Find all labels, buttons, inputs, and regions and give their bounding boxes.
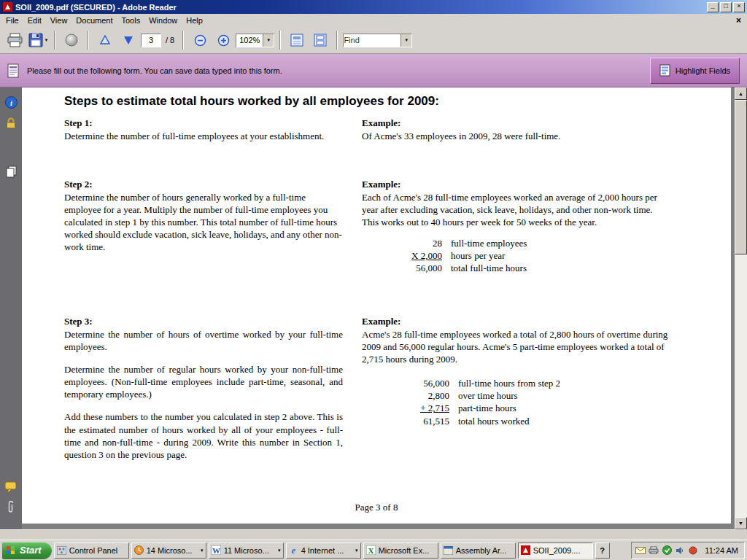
- horizontal-scrollbar[interactable]: [0, 529, 747, 540]
- toolbar-separator: [88, 31, 89, 50]
- comment-bubble-icon: [4, 481, 18, 494]
- antivirus-tray-icon[interactable]: [662, 545, 672, 556]
- vertical-scrollbar[interactable]: ▲ ▼: [735, 88, 747, 529]
- windows-flag-icon: [7, 546, 16, 555]
- previous-page-button[interactable]: [94, 29, 116, 51]
- calc-number: 61,515: [362, 415, 449, 427]
- menu-edit[interactable]: Edit: [23, 15, 46, 26]
- menu-help[interactable]: Help: [182, 15, 207, 26]
- how-to-panel-button[interactable]: i: [2, 93, 20, 111]
- save-copy-button[interactable]: ▾: [27, 29, 49, 51]
- calc-row: + 2,715part-time hours: [362, 402, 668, 414]
- scrolling-mode-button[interactable]: [286, 29, 308, 51]
- page-footer: Page 3 of 8: [22, 501, 731, 513]
- step-2-block: Step 2: Determine the number of hours ge…: [64, 178, 343, 315]
- navigation-sidebar: i: [0, 88, 22, 529]
- pan-tool-button[interactable]: [61, 29, 82, 51]
- excel-icon: X: [366, 545, 376, 555]
- chevron-down-icon[interactable]: ▾: [400, 34, 411, 47]
- pages-panel-button[interactable]: [2, 163, 20, 181]
- taskbar-button-control-panel[interactable]: Control Panel: [54, 542, 129, 559]
- taskbar-button-assembly[interactable]: Assembly Ar...: [441, 542, 516, 559]
- taskbar-button-internet-group[interactable]: e 4 Internet ... ▾: [286, 542, 361, 559]
- calc-row: 2,800over time hours: [362, 389, 668, 402]
- attachments-panel-button[interactable]: [2, 499, 20, 516]
- security-panel-button[interactable]: [2, 114, 20, 131]
- calc-number: 56,000: [362, 377, 449, 389]
- scroll-down-icon[interactable]: ▼: [735, 517, 747, 529]
- taskbar-button-excel[interactable]: X Microsoft Ex...: [363, 542, 438, 559]
- example-label: Example:: [362, 117, 668, 129]
- highlight-fields-button[interactable]: Highlight Fields: [650, 58, 740, 84]
- taskbar-button-soii-pdf[interactable]: SOII_2009....: [518, 542, 593, 559]
- clock[interactable]: 11:24 AM: [705, 546, 738, 555]
- calc-number: + 2,715: [362, 402, 449, 414]
- printer-tray-icon[interactable]: [649, 545, 659, 556]
- zoom-out-icon: [194, 34, 206, 47]
- scrollbar-thumb[interactable]: [735, 100, 747, 254]
- word-icon: W: [212, 545, 222, 555]
- form-message-text: Please fill out the following form. You …: [27, 66, 282, 75]
- pages-icon: [5, 166, 18, 179]
- step-label: Step 3:: [64, 315, 343, 327]
- page-total-label: / 8: [166, 36, 174, 44]
- calc-label: hours per year: [451, 249, 505, 262]
- chevron-down-icon: ▾: [45, 37, 48, 43]
- minimize-button[interactable]: _: [707, 2, 719, 12]
- next-page-button[interactable]: [117, 29, 139, 51]
- zoom-level-combo[interactable]: 102% ▾: [236, 34, 274, 47]
- document-close-icon[interactable]: ×: [730, 15, 747, 26]
- chevron-down-icon[interactable]: ▾: [263, 34, 274, 47]
- print-button[interactable]: [4, 29, 26, 51]
- scroll-up-icon[interactable]: ▲: [735, 88, 747, 100]
- internet-explorer-icon: e: [289, 545, 299, 555]
- help-button[interactable]: ?: [595, 542, 610, 559]
- maximize-button[interactable]: □: [720, 2, 732, 12]
- pdf-page: Steps to estimate total hours worked by …: [22, 88, 731, 524]
- example-2-block: Example: Each of Acme's 28 full-time emp…: [362, 178, 668, 315]
- page-number-input[interactable]: [141, 34, 161, 47]
- calc-label: full-time hours from step 2: [458, 377, 560, 389]
- highlight-fields-icon: [659, 64, 670, 77]
- calc-number: X 2,000: [362, 249, 442, 262]
- taskbar-button-word-group[interactable]: W 11 Microso... ▾: [209, 542, 284, 559]
- calculation-1: 28full-time employees X 2,000hours per y…: [362, 237, 668, 274]
- arrow-up-icon: [99, 34, 111, 46]
- zoom-in-button[interactable]: [212, 29, 234, 51]
- menu-window[interactable]: Window: [144, 15, 182, 26]
- menu-view[interactable]: View: [46, 15, 72, 26]
- calc-row: 56,000total full-time hours: [362, 262, 668, 274]
- step-text: Determine the number of hours of overtim…: [64, 328, 343, 353]
- menu-document[interactable]: Document: [71, 15, 117, 26]
- taskbar: Start Control Panel 14 Microso... ▾ W 11…: [0, 540, 747, 560]
- start-button[interactable]: Start: [2, 542, 52, 559]
- lock-icon: [5, 117, 17, 129]
- step-3-block: Step 3: Determine the number of hours of…: [64, 315, 343, 461]
- comments-panel-button[interactable]: [2, 478, 20, 496]
- calculation-2: 56,000full-time hours from step 2 2,800o…: [362, 377, 668, 427]
- pan-tool-icon: [65, 34, 78, 47]
- chevron-down-icon: ▾: [201, 548, 204, 553]
- fit-page-icon: [313, 33, 328, 47]
- adobe-reader-icon: [3, 2, 12, 12]
- calc-label: full-time employees: [451, 237, 527, 249]
- volume-tray-icon[interactable]: [675, 545, 685, 556]
- taskbar-button-outlook-group[interactable]: 14 Microso... ▾: [131, 542, 206, 559]
- mail-tray-icon[interactable]: [635, 545, 646, 556]
- close-button[interactable]: ×: [733, 2, 745, 12]
- calc-label: total hours worked: [458, 415, 529, 427]
- fit-page-button[interactable]: [309, 29, 331, 51]
- form-icon: [7, 63, 20, 78]
- zoom-out-button[interactable]: [189, 29, 211, 51]
- network-tray-icon[interactable]: [688, 545, 698, 556]
- printer-icon: [7, 33, 23, 47]
- find-input[interactable]: [344, 35, 400, 46]
- menu-file[interactable]: File: [1, 15, 23, 26]
- calc-number: 56,000: [362, 262, 442, 274]
- document-columns: Step 1: Determine the number of full-tim…: [64, 117, 711, 461]
- toolbar-separator: [54, 31, 55, 50]
- step-text: Add these numbers to the number you calc…: [64, 411, 343, 461]
- toolbar-separator: [182, 31, 184, 50]
- zoom-value: 102%: [236, 36, 263, 44]
- menu-tools[interactable]: Tools: [117, 15, 145, 26]
